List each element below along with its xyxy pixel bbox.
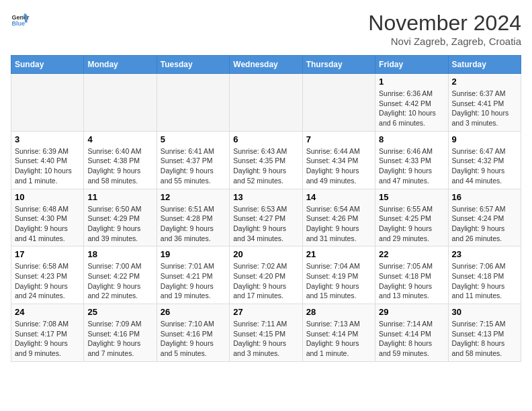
day-number: 18 <box>87 249 152 259</box>
header: General Blue November 2024 Novi Zagreb, … <box>11 11 521 47</box>
day-number: 9 <box>452 134 517 144</box>
weekday-header-thursday: Thursday <box>302 56 375 74</box>
day-info: Sunrise: 7:00 AM Sunset: 4:22 PM Dayligh… <box>87 261 152 301</box>
calendar-cell: 27Sunrise: 7:11 AM Sunset: 4:15 PM Dayli… <box>230 304 302 362</box>
day-number: 27 <box>233 307 298 317</box>
calendar-cell: 5Sunrise: 6:41 AM Sunset: 4:37 PM Daylig… <box>157 131 229 189</box>
day-number: 1 <box>379 77 444 87</box>
day-number: 28 <box>306 307 371 317</box>
day-info: Sunrise: 7:02 AM Sunset: 4:20 PM Dayligh… <box>233 261 298 301</box>
day-number: 8 <box>379 134 444 144</box>
logo: General Blue <box>11 11 30 30</box>
calendar-cell: 15Sunrise: 6:55 AM Sunset: 4:25 PM Dayli… <box>375 189 448 246</box>
day-info: Sunrise: 6:36 AM Sunset: 4:42 PM Dayligh… <box>379 89 444 128</box>
day-info: Sunrise: 7:10 AM Sunset: 4:16 PM Dayligh… <box>161 319 226 359</box>
day-number: 7 <box>306 134 371 144</box>
day-info: Sunrise: 6:46 AM Sunset: 4:33 PM Dayligh… <box>379 146 444 186</box>
calendar-cell: 22Sunrise: 7:05 AM Sunset: 4:18 PM Dayli… <box>375 246 448 304</box>
calendar-cell: 20Sunrise: 7:02 AM Sunset: 4:20 PM Dayli… <box>230 246 302 304</box>
title-section: November 2024 Novi Zagreb, Zagreb, Croat… <box>368 11 521 47</box>
calendar-cell: 12Sunrise: 6:51 AM Sunset: 4:28 PM Dayli… <box>157 189 229 246</box>
calendar-cell: 2Sunrise: 6:37 AM Sunset: 4:41 PM Daylig… <box>448 74 521 132</box>
calendar-cell: 7Sunrise: 6:44 AM Sunset: 4:34 PM Daylig… <box>302 131 375 189</box>
day-info: Sunrise: 6:50 AM Sunset: 4:29 PM Dayligh… <box>87 204 152 244</box>
day-number: 20 <box>233 249 298 259</box>
day-info: Sunrise: 7:11 AM Sunset: 4:15 PM Dayligh… <box>233 319 298 359</box>
calendar-cell: 28Sunrise: 7:13 AM Sunset: 4:14 PM Dayli… <box>302 304 375 362</box>
calendar-cell: 3Sunrise: 6:39 AM Sunset: 4:40 PM Daylig… <box>11 131 84 189</box>
calendar-cell: 19Sunrise: 7:01 AM Sunset: 4:21 PM Dayli… <box>157 246 229 304</box>
day-number: 11 <box>87 192 152 202</box>
calendar-cell: 10Sunrise: 6:48 AM Sunset: 4:30 PM Dayli… <box>11 189 84 246</box>
day-info: Sunrise: 6:37 AM Sunset: 4:41 PM Dayligh… <box>452 89 517 128</box>
calendar-cell: 13Sunrise: 6:53 AM Sunset: 4:27 PM Dayli… <box>230 189 302 246</box>
day-info: Sunrise: 7:15 AM Sunset: 4:13 PM Dayligh… <box>452 319 517 359</box>
calendar-cell <box>84 74 157 132</box>
day-info: Sunrise: 6:41 AM Sunset: 4:37 PM Dayligh… <box>161 146 226 186</box>
day-info: Sunrise: 6:54 AM Sunset: 4:26 PM Dayligh… <box>306 204 371 244</box>
calendar-cell: 21Sunrise: 7:04 AM Sunset: 4:19 PM Dayli… <box>302 246 375 304</box>
day-number: 24 <box>15 307 80 317</box>
calendar-cell: 30Sunrise: 7:15 AM Sunset: 4:13 PM Dayli… <box>448 304 521 362</box>
day-number: 14 <box>306 192 371 202</box>
day-number: 21 <box>306 249 371 259</box>
calendar-cell <box>11 74 84 132</box>
day-info: Sunrise: 6:58 AM Sunset: 4:23 PM Dayligh… <box>15 261 80 301</box>
day-info: Sunrise: 6:47 AM Sunset: 4:32 PM Dayligh… <box>452 146 517 186</box>
calendar-cell <box>230 74 302 132</box>
day-number: 25 <box>87 307 152 317</box>
day-info: Sunrise: 6:39 AM Sunset: 4:40 PM Dayligh… <box>15 146 80 186</box>
day-info: Sunrise: 6:53 AM Sunset: 4:27 PM Dayligh… <box>233 204 298 244</box>
day-number: 26 <box>161 307 226 317</box>
sub-title: Novi Zagreb, Zagreb, Croatia <box>368 36 521 47</box>
day-info: Sunrise: 7:14 AM Sunset: 4:14 PM Dayligh… <box>379 319 444 359</box>
day-info: Sunrise: 7:09 AM Sunset: 4:16 PM Dayligh… <box>87 319 152 359</box>
day-number: 10 <box>15 192 80 202</box>
calendar-cell: 9Sunrise: 6:47 AM Sunset: 4:32 PM Daylig… <box>448 131 521 189</box>
day-number: 15 <box>379 192 444 202</box>
weekday-header-sunday: Sunday <box>11 56 84 74</box>
day-info: Sunrise: 7:08 AM Sunset: 4:17 PM Dayligh… <box>15 319 80 359</box>
day-info: Sunrise: 6:44 AM Sunset: 4:34 PM Dayligh… <box>306 146 371 186</box>
day-number: 4 <box>87 134 152 144</box>
calendar-week-row: 17Sunrise: 6:58 AM Sunset: 4:23 PM Dayli… <box>11 246 521 304</box>
day-info: Sunrise: 6:48 AM Sunset: 4:30 PM Dayligh… <box>15 204 80 244</box>
weekday-header-tuesday: Tuesday <box>157 56 229 74</box>
calendar-cell: 1Sunrise: 6:36 AM Sunset: 4:42 PM Daylig… <box>375 74 448 132</box>
calendar-body: 1Sunrise: 6:36 AM Sunset: 4:42 PM Daylig… <box>11 74 521 362</box>
calendar-cell: 6Sunrise: 6:43 AM Sunset: 4:35 PM Daylig… <box>230 131 302 189</box>
weekday-header-saturday: Saturday <box>448 56 521 74</box>
day-info: Sunrise: 7:04 AM Sunset: 4:19 PM Dayligh… <box>306 261 371 301</box>
calendar-week-row: 24Sunrise: 7:08 AM Sunset: 4:17 PM Dayli… <box>11 304 521 362</box>
day-info: Sunrise: 6:57 AM Sunset: 4:24 PM Dayligh… <box>452 204 517 244</box>
day-info: Sunrise: 7:01 AM Sunset: 4:21 PM Dayligh… <box>161 261 226 301</box>
calendar-cell: 8Sunrise: 6:46 AM Sunset: 4:33 PM Daylig… <box>375 131 448 189</box>
day-info: Sunrise: 6:40 AM Sunset: 4:38 PM Dayligh… <box>87 146 152 186</box>
weekday-header-wednesday: Wednesday <box>230 56 302 74</box>
logo-icon: General Blue <box>11 11 30 30</box>
calendar-cell: 4Sunrise: 6:40 AM Sunset: 4:38 PM Daylig… <box>84 131 157 189</box>
day-number: 12 <box>161 192 226 202</box>
calendar-cell <box>302 74 375 132</box>
svg-text:Blue: Blue <box>11 20 25 27</box>
day-info: Sunrise: 7:05 AM Sunset: 4:18 PM Dayligh… <box>379 261 444 301</box>
day-number: 30 <box>452 307 517 317</box>
main-title: November 2024 <box>368 11 521 36</box>
day-info: Sunrise: 7:06 AM Sunset: 4:18 PM Dayligh… <box>452 261 517 301</box>
calendar-cell: 18Sunrise: 7:00 AM Sunset: 4:22 PM Dayli… <box>84 246 157 304</box>
calendar-cell: 11Sunrise: 6:50 AM Sunset: 4:29 PM Dayli… <box>84 189 157 246</box>
calendar-cell: 16Sunrise: 6:57 AM Sunset: 4:24 PM Dayli… <box>448 189 521 246</box>
calendar-header: SundayMondayTuesdayWednesdayThursdayFrid… <box>11 56 521 74</box>
day-number: 23 <box>452 249 517 259</box>
calendar-week-row: 1Sunrise: 6:36 AM Sunset: 4:42 PM Daylig… <box>11 74 521 132</box>
day-number: 17 <box>15 249 80 259</box>
calendar-table: SundayMondayTuesdayWednesdayThursdayFrid… <box>11 55 521 362</box>
day-info: Sunrise: 6:51 AM Sunset: 4:28 PM Dayligh… <box>161 204 226 244</box>
weekday-header-row: SundayMondayTuesdayWednesdayThursdayFrid… <box>11 56 521 74</box>
calendar-cell: 29Sunrise: 7:14 AM Sunset: 4:14 PM Dayli… <box>375 304 448 362</box>
day-number: 16 <box>452 192 517 202</box>
day-number: 29 <box>379 307 444 317</box>
calendar-cell: 25Sunrise: 7:09 AM Sunset: 4:16 PM Dayli… <box>84 304 157 362</box>
calendar-cell: 14Sunrise: 6:54 AM Sunset: 4:26 PM Dayli… <box>302 189 375 246</box>
calendar-cell: 26Sunrise: 7:10 AM Sunset: 4:16 PM Dayli… <box>157 304 229 362</box>
